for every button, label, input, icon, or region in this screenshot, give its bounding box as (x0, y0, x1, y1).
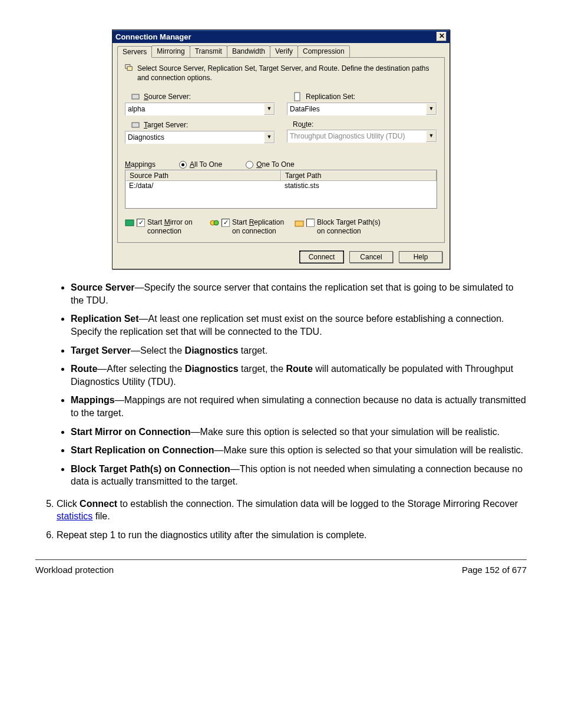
svg-rect-5 (125, 220, 134, 226)
svg-rect-2 (132, 94, 139, 99)
replication-set-input[interactable] (287, 104, 426, 114)
list-item: Mappings—Mappings are not required when … (71, 394, 527, 419)
chevron-down-icon: ▼ (426, 130, 437, 142)
list-item: Click Connect to establish the connectio… (57, 498, 527, 523)
help-text: Select Source Server, Replication Set, T… (137, 64, 437, 83)
server-icon (131, 92, 140, 101)
route-input (287, 131, 426, 141)
tab-transmit[interactable]: Transmit (190, 45, 227, 57)
page-footer: Workload protection Page 152 of 677 (35, 565, 527, 575)
svg-rect-8 (295, 221, 303, 226)
svg-rect-4 (295, 93, 300, 101)
radio-all-label: All To One (190, 160, 222, 169)
help-button[interactable]: Help (399, 251, 442, 263)
radio-icon (246, 161, 253, 169)
col-source-path: Source Path (125, 170, 281, 181)
svg-point-7 (214, 220, 219, 225)
route-label: Route: (293, 120, 313, 129)
statistics-link[interactable]: statistics (57, 511, 92, 521)
option-descriptions: Source Server—Specify the source server … (35, 281, 527, 488)
tab-verify[interactable]: Verify (270, 45, 298, 57)
footer-section: Workload protection (35, 565, 114, 575)
source-server-combo[interactable]: ▼ (125, 103, 275, 116)
server-icon (131, 120, 140, 130)
list-item: Block Target Path(s) on Connection—This … (71, 463, 527, 488)
connect-button[interactable]: Connect (300, 251, 343, 263)
checkbox-block-label: Block Target Path(s) on connection (317, 218, 382, 235)
chevron-down-icon[interactable]: ▼ (264, 103, 275, 115)
table-row[interactable]: E:/data/ statistic.sts (125, 181, 437, 208)
step-list: Click Connect to establish the connectio… (35, 498, 527, 542)
chevron-down-icon[interactable]: ▼ (264, 131, 275, 143)
list-item: Start Mirror on Connection—Make sure thi… (71, 426, 527, 439)
target-server-label: Target Server: (144, 121, 188, 129)
dialog-title: Connection Manager (115, 32, 191, 41)
mappings-table: Source Path Target Path E:/data/ statist… (125, 170, 437, 209)
tab-mirroring[interactable]: Mirroring (151, 45, 190, 57)
folder-icon (295, 218, 304, 228)
cell-target-path: statistic.sts (281, 181, 437, 208)
target-server-input[interactable] (125, 133, 264, 142)
tab-strip: Servers Mirroring Transmit Bandwidth Ver… (113, 43, 449, 57)
target-server-combo[interactable]: ▼ (125, 131, 275, 144)
list-item: Replication Set—At least one replication… (71, 312, 527, 338)
radio-icon (179, 161, 187, 169)
list-item: Target Server—Select the Diagnostics tar… (71, 344, 527, 357)
checkbox-replication-label: Start Replication on connection (232, 218, 285, 235)
tab-compression[interactable]: Compression (297, 45, 350, 57)
button-row: Connect Cancel Help (113, 248, 449, 269)
svg-rect-1 (127, 67, 132, 71)
close-icon[interactable]: ✕ (437, 32, 447, 41)
chevron-down-icon[interactable]: ▼ (426, 103, 437, 115)
list-item: Source Server—Specify the source server … (71, 281, 527, 307)
list-item: Route—After selecting the Diagnostics ta… (71, 363, 527, 388)
checkbox-block[interactable] (306, 219, 315, 227)
tab-servers[interactable]: Servers (117, 46, 152, 58)
footer-divider (35, 559, 527, 560)
svg-rect-3 (132, 123, 139, 127)
title-bar: Connection Manager ✕ (113, 30, 449, 43)
cell-source-path: E:/data/ (125, 181, 281, 208)
radio-one-to-one[interactable]: One To One (246, 160, 295, 169)
replication-set-combo[interactable]: ▼ (287, 103, 437, 116)
tab-panel-servers: Select Source Server, Replication Set, T… (117, 57, 445, 243)
checkbox-replication[interactable] (222, 219, 230, 227)
replication-set-label: Replication Set: (306, 93, 355, 101)
checkbox-mirror-label: Start Mirror on connection (147, 218, 200, 235)
source-server-label: Source Server: (144, 93, 191, 101)
servers-icon (125, 64, 133, 73)
connection-manager-dialog: Connection Manager ✕ Servers Mirroring T… (112, 29, 450, 269)
radio-all-to-one[interactable]: All To One (179, 160, 222, 169)
tab-bandwidth[interactable]: Bandwidth (227, 45, 270, 57)
source-server-input[interactable] (125, 104, 264, 114)
mappings-label: Mappings (125, 160, 156, 169)
footer-page: Page 152 of 677 (462, 565, 527, 575)
col-target-path: Target Path (281, 170, 437, 181)
replication-icon (210, 218, 219, 228)
checkbox-mirror[interactable] (137, 219, 145, 227)
radio-one-label: One To One (256, 160, 295, 169)
list-item: Repeat step 1 to run the diagnostics uti… (57, 529, 527, 542)
cancel-button[interactable]: Cancel (349, 251, 393, 263)
mirror-icon (125, 218, 134, 228)
document-icon (293, 92, 302, 101)
list-item: Start Replication on Connection—Make sur… (71, 444, 527, 457)
route-combo: ▼ (287, 130, 437, 143)
